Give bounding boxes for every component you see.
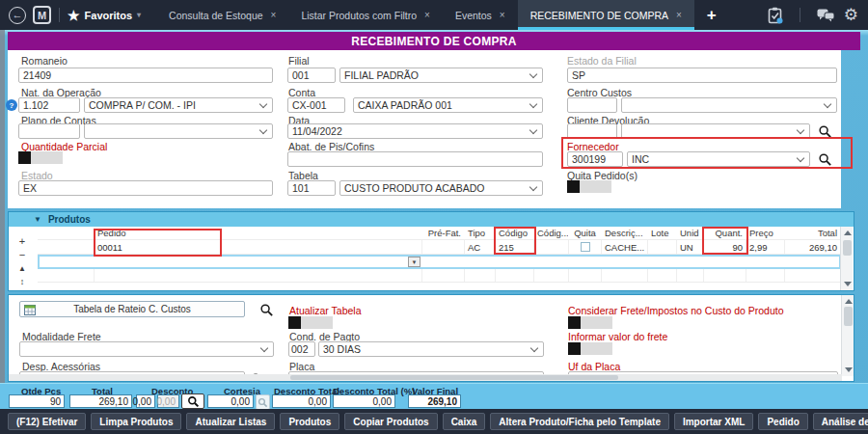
cond-pagto-combo[interactable]: 30 DIAS (318, 341, 544, 357)
analise-credito-button[interactable]: Análise de Crédito (813, 413, 868, 430)
centro-custos-code-input[interactable] (567, 97, 617, 113)
copiar-produtos-button[interactable]: Copiar Produtos (344, 413, 437, 430)
altera-produto-ficha-button[interactable]: Altera Produto/Ficha pelo Template (490, 413, 669, 430)
importar-xml-button[interactable]: Importar XML (674, 413, 753, 430)
app-logo[interactable]: M (33, 6, 51, 24)
cell-quita[interactable] (569, 240, 602, 254)
cond-pagto-code-input[interactable]: 002 (288, 341, 315, 357)
desconto-search-button[interactable] (181, 393, 204, 409)
favorites-menu[interactable]: ★ Favoritos ▾ (68, 9, 141, 22)
collapse-icon[interactable]: ▼ (34, 215, 41, 224)
nat-operacao-combo[interactable]: COMPRA P/ COM. - IPI (84, 97, 273, 113)
table-row-empty[interactable] (38, 269, 841, 283)
search-icon[interactable] (818, 124, 832, 139)
plano-contas-code-input[interactable] (18, 123, 80, 139)
freight-horizontal-scrollbar[interactable] (9, 374, 842, 381)
help-info-icon[interactable]: ? (6, 99, 17, 111)
cliente-devolucao-combo[interactable] (621, 123, 810, 139)
cell-preco[interactable]: 2,99 (746, 240, 785, 254)
close-icon[interactable]: × (271, 10, 277, 20)
quita-checkbox[interactable] (581, 242, 590, 252)
search-icon[interactable] (259, 303, 274, 317)
empty-cell[interactable] (496, 269, 534, 282)
caixa-button[interactable]: Caixa (443, 413, 486, 430)
scroll-up-icon[interactable] (844, 231, 852, 235)
plano-contas-combo[interactable] (84, 123, 273, 139)
desconto-secondary-input[interactable]: 0,00 (157, 394, 179, 408)
cell-total[interactable]: 269,10 (785, 240, 841, 254)
cell-lote[interactable] (648, 240, 677, 254)
empty-cell[interactable] (677, 269, 704, 282)
romaneio-input[interactable]: 21409 (18, 68, 273, 83)
informar-frete-toggle[interactable] (568, 342, 612, 355)
scrollbar-handle[interactable] (843, 240, 852, 256)
empty-cell[interactable] (422, 269, 465, 282)
limpa-produtos-button[interactable]: Limpa Produtos (91, 413, 181, 430)
close-icon[interactable]: × (424, 10, 430, 20)
scroll-up-icon[interactable] (845, 299, 853, 304)
empty-cell[interactable] (95, 269, 422, 282)
scroll-down-icon[interactable] (845, 367, 853, 372)
nat-operacao-code-input[interactable]: 1.102 (18, 97, 80, 113)
produtos-button[interactable]: Produtos (280, 413, 339, 430)
cell-tipo[interactable]: AC (465, 240, 496, 254)
filial-code-input[interactable]: 001 (287, 68, 336, 83)
atualizar-listas-button[interactable]: Atualizar Listas (186, 413, 275, 430)
chat-icon[interactable] (817, 9, 835, 22)
grid-reorder-button[interactable]: ↕ (11, 276, 34, 288)
search-icon[interactable] (818, 152, 832, 167)
abat-pis-cofins-input[interactable] (287, 151, 543, 167)
tab-consulta-de-estoque[interactable]: Consulta de Estoque × (156, 0, 288, 30)
scrollbar-handle[interactable] (290, 375, 618, 380)
row-selector-cell[interactable] (38, 240, 95, 254)
grid-move-up-button[interactable]: ▲ (11, 262, 34, 275)
cortesia-search-button[interactable] (256, 394, 270, 410)
empty-cell[interactable] (648, 269, 677, 282)
empty-cell[interactable] (534, 269, 569, 282)
tasks-clipboard-icon[interactable] (768, 7, 783, 24)
cell-descricao[interactable]: CACHE... (602, 240, 648, 254)
empty-cell[interactable] (746, 269, 785, 282)
empty-cell[interactable] (704, 269, 746, 282)
tab-recebimento-de-compra[interactable]: RECEBIMENTO DE COMPRA × (518, 0, 694, 30)
quantidade-parcial-toggle[interactable] (18, 151, 63, 164)
data-combo[interactable]: 11/04/2022 (287, 123, 543, 139)
table-row[interactable]: 00011 AC 215 CACHE... UN 90 2,99 269,10 (38, 240, 841, 255)
rateio-custos-button[interactable]: Tabela de Rateio C. Custos (19, 301, 245, 317)
freight-vertical-scrollbar[interactable] (841, 295, 854, 376)
tab-listar-produtos-com-filtro[interactable]: Listar Produtos com Filtro × (288, 0, 442, 30)
modalidade-frete-combo[interactable] (19, 341, 274, 357)
pedido-button[interactable]: Pedido (758, 413, 807, 430)
back-button[interactable]: ← (9, 7, 26, 24)
gear-icon[interactable]: ⚙ (844, 7, 858, 23)
cell-unid[interactable]: UN (677, 240, 704, 254)
cell-pedido[interactable]: 00011 (95, 240, 422, 254)
scrollbar-handle[interactable] (844, 307, 853, 326)
considerar-frete-toggle[interactable] (568, 316, 612, 329)
desconto-input[interactable]: 0,00 (136, 394, 155, 408)
empty-cell[interactable] (785, 269, 841, 282)
produtos-section-header[interactable]: ▼ Produtos (9, 212, 854, 227)
empty-cell[interactable] (602, 269, 648, 282)
filial-combo[interactable]: FILIAL PADRÃO (339, 68, 543, 83)
cell-quant[interactable]: 90 (704, 240, 746, 254)
conta-code-input[interactable]: CX-001 (287, 97, 345, 113)
cell-dropdown-button[interactable]: ▼ (408, 257, 420, 267)
grid-vertical-scrollbar[interactable] (840, 227, 853, 290)
cell-pre-fat[interactable] (422, 240, 465, 254)
active-row-highlight[interactable] (38, 255, 841, 269)
new-tab-button[interactable]: + (707, 6, 717, 25)
close-icon[interactable]: × (500, 10, 505, 20)
efetivar-button[interactable]: (F12) Efetivar (8, 413, 86, 430)
conta-combo[interactable]: CAIXA PADRÃO 001 (353, 97, 543, 113)
fornecedor-code-input[interactable]: 300199 (567, 151, 623, 167)
empty-cell[interactable] (465, 269, 496, 282)
tabela-combo[interactable]: CUSTO PRODUTO ACABADO (339, 180, 543, 196)
empty-cell[interactable] (569, 269, 602, 282)
cortesia-input[interactable]: 0,00 (207, 394, 254, 408)
close-icon[interactable]: × (676, 10, 682, 20)
cell-codigo2[interactable] (534, 240, 569, 254)
scroll-down-icon[interactable] (844, 282, 852, 286)
empty-cell[interactable] (38, 269, 95, 282)
quita-pedidos-toggle[interactable] (567, 180, 611, 193)
